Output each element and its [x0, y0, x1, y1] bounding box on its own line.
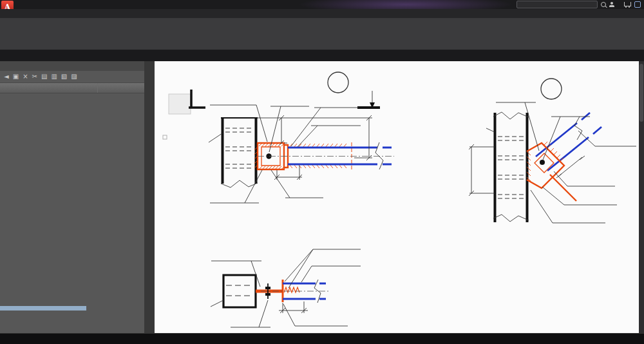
- ribbon-options-icon[interactable]: [17, 9, 24, 18]
- panel-scrollbar[interactable]: [0, 306, 86, 311]
- title-bar: A: [0, 0, 644, 9]
- section-bb: [211, 249, 361, 327]
- window-title: [319, 1, 325, 8]
- new-project-icon[interactable]: ▧: [61, 72, 67, 82]
- delete-icon[interactable]: ×: [23, 72, 28, 82]
- user-icon: [609, 2, 614, 7]
- compass-view-box[interactable]: [169, 94, 191, 114]
- file-tab-bar: [0, 50, 644, 61]
- collapse-icon[interactable]: ◄: [4, 72, 9, 82]
- drawing-canvas[interactable]: [155, 61, 639, 333]
- paste-icon[interactable]: ▥: [51, 72, 57, 82]
- column-name-header[interactable]: [0, 83, 98, 93]
- ribbon-tab-bar: [0, 9, 644, 18]
- panel-view-icon[interactable]: ▣: [13, 72, 19, 82]
- panel-title: [0, 61, 144, 71]
- view-compass[interactable]: [163, 94, 191, 139]
- detail-bubble: [328, 72, 348, 93]
- detail-bubble: [541, 79, 562, 99]
- copy-icon[interactable]: ▤: [41, 72, 47, 82]
- section-line-b-left: [189, 90, 205, 108]
- autocad-window: { "colors":{"accent_orange":"#e8490e","b…: [0, 0, 644, 344]
- help-search-input[interactable]: [516, 1, 598, 8]
- detail-3: [469, 79, 636, 223]
- panel-column-headers: [0, 83, 144, 93]
- palette-side-tabs: [144, 61, 155, 333]
- scrollbar-thumb[interactable]: [639, 64, 643, 122]
- properties-icon[interactable]: ▨: [71, 72, 77, 82]
- bottom-bar: [0, 333, 644, 344]
- panel-empty-area: [0, 93, 144, 333]
- cut-icon[interactable]: ✂: [32, 72, 37, 82]
- autocad-logo-icon[interactable]: A: [1, 1, 14, 9]
- panel-toolbar: ◄ ▣ × ✂ ▤ ▥ ▧ ▨: [0, 71, 144, 83]
- drawing-area[interactable]: [155, 61, 639, 333]
- column-designation-header[interactable]: [98, 83, 144, 93]
- bolt-symbol: [540, 160, 545, 165]
- section-line-b-right: [357, 91, 380, 108]
- detail-2: [209, 72, 394, 203]
- ribbon: [0, 18, 644, 50]
- search-icon[interactable]: [601, 2, 606, 7]
- exchange-apps-icon[interactable]: [634, 1, 641, 8]
- ucs-icon: [163, 135, 167, 139]
- spds-panel: ◄ ▣ × ✂ ▤ ▥ ▧ ▨: [0, 61, 144, 333]
- app-store-cart-icon[interactable]: [624, 2, 631, 6]
- canvas-scrollbar[interactable]: [639, 61, 644, 333]
